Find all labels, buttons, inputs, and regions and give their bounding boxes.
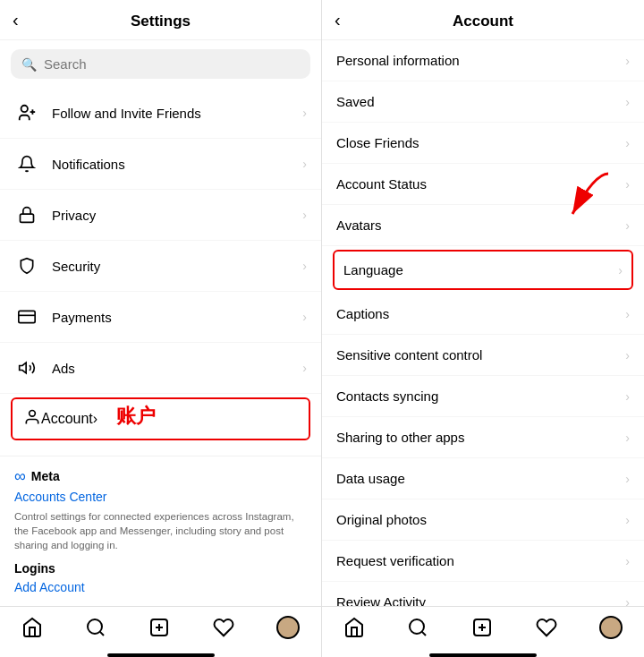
nav-add-left[interactable] [148, 617, 170, 638]
notifications-label: Notifications [52, 157, 302, 172]
follow-icon [14, 100, 39, 125]
accounts-center-link[interactable]: Accounts Center [14, 490, 307, 504]
nav-profile-right[interactable] [599, 616, 623, 639]
contacts-chevron: › [625, 389, 630, 404]
account-status-chevron: › [625, 177, 630, 192]
sharing-label: Sharing to other apps [336, 430, 625, 445]
right-bottom-nav [322, 606, 644, 653]
payments-icon [14, 304, 39, 329]
nav-add-right[interactable] [471, 617, 493, 638]
svg-point-13 [88, 619, 102, 634]
svg-rect-3 [21, 214, 34, 222]
search-input[interactable] [44, 56, 300, 72]
menu-item-follow[interactable]: Follow and Invite Friends › [0, 88, 321, 139]
nav-heart-left[interactable] [213, 617, 234, 638]
menu-item-sensitive[interactable]: Sensitive content control › [322, 335, 644, 376]
menu-item-account-wrapper: Account › 账户 [0, 394, 321, 444]
follow-label: Follow and Invite Friends [52, 106, 302, 121]
svg-line-20 [422, 632, 426, 636]
menu-item-language-wrapper: Language › 语言 [322, 246, 644, 294]
menu-item-payments[interactable]: Payments › [0, 292, 321, 343]
left-menu-list: Follow and Invite Friends › Notification… [0, 88, 321, 456]
meta-description: Control settings for connected experienc… [14, 509, 307, 552]
left-panel-title: Settings [131, 13, 191, 30]
payments-chevron: › [302, 310, 307, 324]
back-icon-left[interactable]: ‹ [13, 10, 19, 30]
personal-info-label: Personal information [336, 53, 625, 68]
language-label: Language [343, 262, 618, 277]
search-icon: 🔍 [21, 57, 37, 72]
ads-icon [14, 355, 39, 380]
nav-heart-right[interactable] [536, 617, 557, 638]
account-icon [23, 408, 41, 430]
privacy-chevron: › [302, 208, 307, 222]
security-icon [14, 253, 39, 278]
privacy-label: Privacy [52, 208, 302, 223]
add-account-link[interactable]: Add Account [14, 580, 85, 594]
account-label: Account [41, 411, 93, 427]
menu-item-help[interactable]: Help › [0, 444, 321, 456]
review-activity-chevron: › [625, 595, 630, 607]
meta-logo: ∞ Meta [14, 467, 307, 486]
right-bottom-bar [429, 653, 537, 657]
menu-item-account-status[interactable]: Account Status › [322, 164, 644, 205]
security-label: Security [52, 259, 302, 274]
meta-logo-text: Meta [31, 469, 60, 483]
right-header: ‹ Account [322, 0, 644, 40]
svg-point-19 [410, 619, 424, 634]
close-friends-chevron: › [625, 136, 630, 150]
nav-profile-left[interactable] [276, 616, 300, 639]
captions-label: Captions [336, 306, 625, 321]
menu-item-notifications[interactable]: Notifications › [0, 139, 321, 190]
contacts-label: Contacts syncing [336, 388, 625, 404]
menu-item-original-photos[interactable]: Original photos › [322, 499, 644, 541]
right-panel: ‹ Account Personal information › Saved ›… [322, 0, 644, 657]
menu-item-privacy[interactable]: Privacy › [0, 190, 321, 241]
original-photos-label: Original photos [336, 512, 625, 527]
left-panel: ‹ Settings 🔍 Follow and Invite Friends ›… [0, 0, 322, 657]
left-bottom-bar [107, 653, 215, 657]
nav-search-right[interactable] [407, 617, 428, 638]
menu-item-captions[interactable]: Captions › [322, 294, 644, 335]
privacy-icon [14, 202, 39, 227]
menu-item-account[interactable]: Account › [11, 397, 310, 440]
request-verification-chevron: › [625, 554, 630, 568]
menu-item-request-verification[interactable]: Request verification › [322, 541, 644, 582]
ads-label: Ads [52, 361, 302, 376]
menu-item-security[interactable]: Security › [0, 241, 321, 292]
sensitive-label: Sensitive content control [336, 347, 625, 363]
left-bottom-nav [0, 606, 321, 653]
menu-item-review-activity[interactable]: Review Activity › [322, 582, 644, 606]
avatars-chevron: › [625, 218, 630, 233]
menu-item-sharing[interactable]: Sharing to other apps › [322, 417, 644, 458]
svg-rect-4 [19, 311, 35, 322]
menu-item-contacts[interactable]: Contacts syncing › [322, 376, 644, 417]
request-verification-label: Request verification [336, 553, 625, 568]
account-annotation: 账户 [116, 403, 156, 430]
menu-item-close-friends[interactable]: Close Friends › [322, 123, 644, 164]
nav-home-right[interactable] [343, 617, 365, 638]
menu-item-saved[interactable]: Saved › [322, 81, 644, 123]
security-chevron: › [302, 259, 307, 273]
language-chevron: › [618, 263, 623, 277]
svg-point-0 [21, 106, 28, 112]
menu-item-avatars[interactable]: Avatars › [322, 205, 644, 246]
review-activity-label: Review Activity [336, 594, 625, 606]
menu-item-ads[interactable]: Ads › [0, 343, 321, 394]
svg-point-7 [30, 411, 36, 417]
nav-home-left[interactable] [21, 617, 43, 638]
nav-search-left[interactable] [85, 617, 106, 638]
follow-chevron: › [302, 106, 307, 120]
search-bar[interactable]: 🔍 [11, 49, 310, 79]
notifications-chevron: › [302, 157, 307, 171]
right-menu-list: Personal information › Saved › Close Fri… [322, 40, 644, 606]
avatars-label: Avatars [336, 218, 625, 233]
left-header: ‹ Settings [0, 0, 321, 40]
data-usage-label: Data usage [336, 471, 625, 486]
account-status-label: Account Status [336, 176, 625, 192]
menu-item-data-usage[interactable]: Data usage › [322, 458, 644, 499]
menu-item-personal-info[interactable]: Personal information › [322, 40, 644, 81]
meta-section: ∞ Meta Accounts Center Control settings … [0, 456, 321, 606]
back-icon-right[interactable]: ‹ [335, 10, 341, 30]
menu-item-language[interactable]: Language › 语言 [333, 250, 633, 290]
